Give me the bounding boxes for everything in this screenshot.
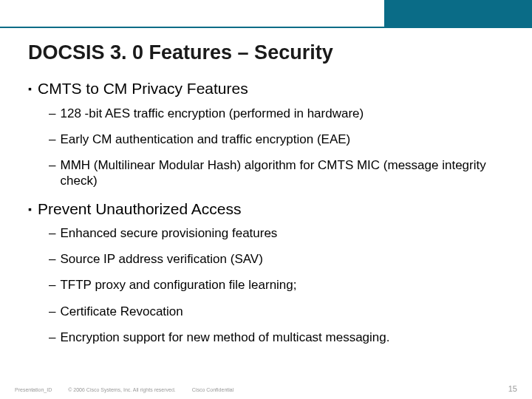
- list-item-text: Enhanced secure provisioning features: [60, 225, 510, 241]
- footer: Presentation_ID © 2006 Cisco Systems, In…: [15, 384, 517, 393]
- square-bullet-icon: ▪: [28, 79, 32, 97]
- footer-copyright: © 2006 Cisco Systems, Inc. All rights re…: [68, 387, 176, 392]
- section-heading-row: ▪ CMTS to CM Privacy Features: [28, 79, 510, 98]
- list-item-text: MMH (Multilinear Modular Hash) algorithm…: [60, 157, 510, 189]
- dash-bullet-icon: –: [49, 157, 55, 173]
- dash-bullet-icon: –: [49, 225, 55, 241]
- dash-bullet-icon: –: [49, 277, 55, 293]
- dash-bullet-icon: –: [49, 106, 55, 121]
- dash-bullet-icon: –: [49, 132, 55, 147]
- list-item: – 128 -bit AES traffic encryption (perfo…: [49, 106, 510, 121]
- list-item-text: Certificate Revocation: [60, 304, 510, 319]
- list-item: – Certificate Revocation: [49, 304, 510, 319]
- list-item-text: 128 -bit AES traffic encryption (perform…: [60, 106, 510, 121]
- dash-bullet-icon: –: [49, 330, 55, 345]
- section-heading: Prevent Unauthorized Access: [38, 200, 241, 218]
- list-item: – TFTP proxy and configuration file lear…: [49, 277, 510, 293]
- footer-presentation-id: Presentation_ID: [15, 387, 52, 392]
- list-item: – Enhanced secure provisioning features: [49, 225, 510, 241]
- list-item: – Early CM authentication and traffic en…: [49, 132, 510, 147]
- dash-bullet-icon: –: [49, 251, 55, 267]
- list-item: – Encryption support for new method of m…: [49, 330, 510, 345]
- top-bar: [0, 0, 532, 27]
- section-heading-row: ▪ Prevent Unauthorized Access: [28, 200, 510, 218]
- slide: DOCSIS 3. 0 Features – Security ▪ CMTS t…: [0, 0, 532, 399]
- footer-page-number: 15: [508, 384, 517, 393]
- section-heading: CMTS to CM Privacy Features: [38, 79, 248, 98]
- content-area: DOCSIS 3. 0 Features – Security ▪ CMTS t…: [28, 41, 510, 355]
- list-item: – MMH (Multilinear Modular Hash) algorit…: [49, 157, 510, 189]
- square-bullet-icon: ▪: [28, 200, 32, 217]
- section: ▪ CMTS to CM Privacy Features – 128 -bit…: [28, 79, 510, 188]
- list-item-text: Early CM authentication and traffic encr…: [60, 132, 510, 147]
- list-item-text: Encryption support for new method of mul…: [60, 330, 510, 345]
- slide-title: DOCSIS 3. 0 Features – Security: [28, 41, 510, 64]
- top-divider: [0, 27, 532, 28]
- list-item-text: TFTP proxy and configuration file learni…: [60, 277, 510, 293]
- section: ▪ Prevent Unauthorized Access – Enhanced…: [28, 200, 510, 345]
- list-item-text: Source IP address verification (SAV): [60, 251, 510, 267]
- footer-confidential: Cisco Confidential: [192, 387, 233, 392]
- dash-bullet-icon: –: [49, 304, 55, 319]
- top-bar-accent: [384, 0, 532, 27]
- list-item: – Source IP address verification (SAV): [49, 251, 510, 267]
